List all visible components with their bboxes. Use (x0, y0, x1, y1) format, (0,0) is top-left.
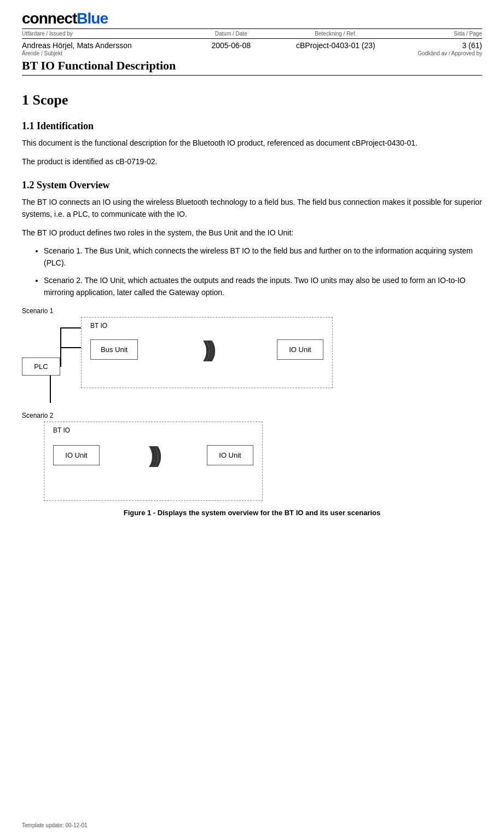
section12-p1: The BT IO connects an IO using the wirel… (22, 197, 482, 220)
bullet-list: Scenario 1. The Bus Unit, which connects… (44, 245, 482, 298)
scenario2-wrap: Scenario 2 BT IO IO Unit ))) IO Unit (22, 412, 482, 501)
footer-text: Template update: 00-12-01 (22, 822, 88, 828)
plc-connector (60, 347, 61, 367)
scenario2-label: Scenario 2 (22, 412, 482, 419)
bus-unit-box: Bus Unit (90, 339, 138, 360)
subject-label: Ärende / Subjekt (22, 50, 329, 56)
btio-box-s1-container: BT IO Bus Unit ))) IO Unit (81, 317, 333, 388)
wireless-symbol-s2: ))) (149, 443, 158, 468)
scenario1-layout: PLC BT IO (22, 317, 482, 403)
date-label: Datum / Date (189, 31, 273, 37)
section12-heading: 1.2 System Overview (22, 180, 482, 191)
btio-inner-s1: Bus Unit ))) IO Unit (90, 337, 323, 362)
section11-heading: 1.1 Identification (22, 120, 482, 132)
section11-p1: This document is the functional descript… (22, 137, 482, 149)
btio-label-s2: BT IO (53, 426, 253, 434)
wireless-symbol-s1: ))) (203, 337, 212, 362)
section12-p2: The BT IO product defines two roles in t… (22, 227, 482, 239)
btio-box-s2: BT IO IO Unit ))) IO Unit (44, 422, 263, 501)
bullet2: Scenario 2. The IO Unit, which actuates … (44, 275, 482, 298)
page-label: Sida / Page (398, 31, 482, 37)
section1-heading: 1 Scope (22, 92, 482, 108)
doc-date: 2005-06-08 (189, 41, 273, 50)
plc-side: PLC (22, 317, 60, 403)
approved-label: Godkänd av / Approved by (329, 50, 482, 56)
logo-blue: Blue (77, 10, 108, 27)
logo-connect: connect (22, 10, 77, 27)
section11-p2: The product is identified as cB-0719-02. (22, 156, 482, 168)
subject-row: Ärende / Subjekt Godkänd av / Approved b… (22, 50, 482, 56)
author-name: Andreas Hörjel, Mats Andersson (22, 41, 189, 50)
diagrams-area: Scenario 1 PLC (22, 307, 482, 501)
scenario1-label: Scenario 1 (22, 307, 482, 315)
btio-box-s1: BT IO Bus Unit ))) IO Unit (81, 317, 333, 388)
scenario1-wrap: Scenario 1 PLC (22, 307, 482, 403)
bullet1: Scenario 1. The Bus Unit, which connects… (44, 245, 482, 269)
doc-title: BT IO Functional Description (22, 59, 482, 76)
page-number: 3 (61) (398, 41, 482, 50)
btio-label-s1: BT IO (90, 322, 323, 330)
io-unit-box-s1: IO Unit (277, 339, 323, 360)
plc-box: PLC (22, 358, 60, 376)
ref-label: Beteckning / Ref. (273, 31, 398, 37)
io-unit-box-s2-right: IO Unit (207, 445, 253, 465)
io-unit-box-s2-left: IO Unit (53, 445, 100, 465)
btio-inner-s2: IO Unit ))) IO Unit (53, 443, 253, 468)
figure-caption: Figure 1 - Displays the system overview … (22, 509, 482, 517)
author-row: Andreas Hörjel, Mats Andersson 2005-06-0… (22, 41, 482, 50)
issued-by-label: Utfärdare / Issued by (22, 31, 189, 37)
header-meta-row: Utfärdare / Issued by Datum / Date Betec… (22, 28, 482, 39)
doc-ref: cBProject-0403-01 (23) (273, 41, 398, 50)
logo: connectBlue (22, 10, 482, 27)
